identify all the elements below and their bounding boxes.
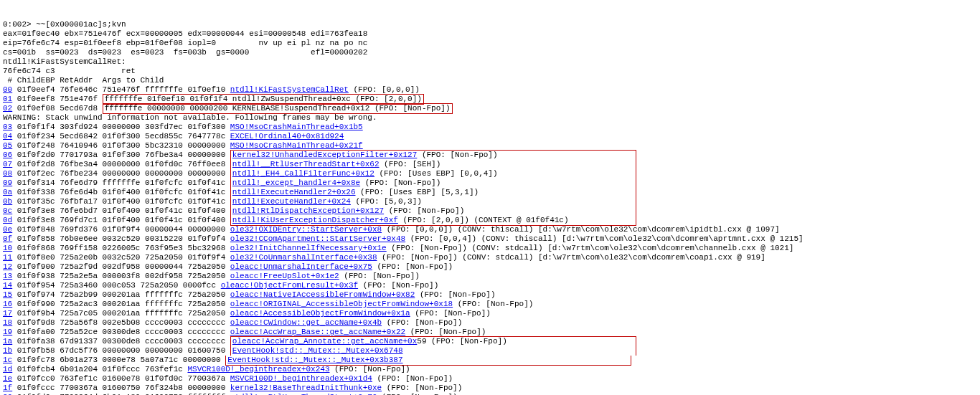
frame-number-link[interactable]: 14: [3, 281, 12, 290]
highlight-group: ntdll!_except_handler4+0x8e (FPO: [Non-F…: [230, 179, 636, 188]
symbol-link[interactable]: oleacc!UnmarshalInterface+0x75: [230, 262, 372, 271]
frame-number-link[interactable]: 1e: [3, 374, 12, 383]
frame-number-link[interactable]: 1b: [3, 346, 12, 355]
stack-frame: 0e 01f0f848 769fd376 01f0f9f4 00000044 0…: [3, 225, 977, 234]
frame-number-link[interactable]: 0b: [3, 197, 12, 206]
symbol-link[interactable]: kernel32!BaseThreadInitThunk+0xe: [230, 384, 382, 392]
stack-frame: 0b 01f0f35c 76fbfa17 01f0f400 01f0fcfc 0…: [3, 197, 977, 206]
stack-header: # ChildEBP RetAddr Args to Child: [3, 76, 977, 85]
frame-number-link[interactable]: 0a: [3, 188, 12, 196]
symbol-link[interactable]: ntdll!KiFastSystemCallRet: [230, 85, 349, 94]
symbol-link[interactable]: MSO!MsoCrashMainThread+0x21f: [230, 141, 363, 150]
stack-frame: 08 01f0f2ec 76fbe234 00000000 00000000 0…: [3, 169, 977, 179]
frame-number-link[interactable]: 00: [3, 85, 12, 94]
stack-frame: 07 01f0f2d8 76fbe3a4 00000000 01f0fd0c 7…: [3, 160, 977, 169]
stack-frame: 02 01f0ef08 5ecd67d8 fffffffe 00000000 0…: [3, 104, 977, 113]
symbol-link[interactable]: oleacc!AccWrap_Base::get_accName+0x22: [230, 328, 405, 336]
symbol-link[interactable]: oleacc!ObjectFromLresult+0x3f: [221, 281, 358, 290]
symbol-link[interactable]: MSVCR100D!_beginthreadex+0x243: [187, 365, 329, 373]
frame-number-link[interactable]: 02: [3, 104, 12, 113]
symbol-link[interactable]: ntdll!ExecuteHandler2+0x26: [232, 188, 356, 196]
frame-number-link[interactable]: 17: [3, 309, 12, 318]
frame-number-link[interactable]: 11: [3, 253, 12, 262]
stack-frame: 10 01f0f868 769ff158 0226005c 763f95e3 5…: [3, 244, 977, 253]
symbol-link[interactable]: EventHook!std::_Mutex::_Mutex+0x3b387: [227, 356, 402, 364]
stack-frame: 1d 01f0fcb4 6b01a204 01f0fccc 763fef1c M…: [3, 365, 977, 374]
stack-frame: 14 01f0f954 725a3460 000c053 725a2050 00…: [3, 281, 977, 290]
symbol-link[interactable]: ole32!OXIDEntry::StartServer+0x8: [230, 225, 382, 234]
frame-number-link[interactable]: 12: [3, 262, 12, 271]
frame-number-link[interactable]: 05: [3, 141, 12, 150]
register-line: eip=76fe6c74 esp=01f0eef8 ebp=01f0ef08 i…: [3, 39, 977, 48]
symbol-link[interactable]: MSO!MsoCrashMainThread+0x1b5: [230, 123, 363, 131]
symbol-link[interactable]: EventHook!std::_Mutex::_Mutex+0x6748: [232, 346, 403, 355]
frame-number-link[interactable]: 18: [3, 318, 12, 327]
stack-frame: 0d 01f0f3e8 769fd7c1 01f0f400 01f0f41c 0…: [3, 216, 977, 225]
highlight-group: EventHook!std::_Mutex::_Mutex+0x3b387: [225, 356, 631, 366]
frame-number-link[interactable]: 09: [3, 179, 12, 187]
highlight-group: ntdll!__RtlUserThreadStart+0x62 (FPO: [S…: [230, 160, 636, 169]
stack-frame: 11 01f0f8e0 725a2e0b 0032c520 725a2050 0…: [3, 253, 977, 262]
disasm-line: 76fe6c74 c3 ret: [3, 67, 977, 76]
symbol-link[interactable]: EXCEL!Ordinal40+0x81d924: [230, 132, 344, 141]
frame-number-link[interactable]: 19: [3, 328, 12, 336]
stack-frame: 03 01f0f1f4 303fd924 00000000 303fd7ec 0…: [3, 123, 977, 132]
frame-number-link[interactable]: 03: [3, 123, 12, 131]
frame-number-link[interactable]: 15: [3, 290, 12, 299]
stack-frame: 17 01f0f9b4 725a7c05 000201aa fffffffc 7…: [3, 309, 977, 318]
symbol-link[interactable]: oleacc!FreeUpSlot+0x1e2: [230, 272, 339, 280]
stack-frame: 15 01f0f974 725a2b99 000201aa fffffffc 7…: [3, 290, 977, 300]
frame-number-link[interactable]: 07: [3, 160, 12, 168]
stack-frame: 13 01f0f938 725a2e5a 000003f8 002df958 7…: [3, 272, 977, 281]
frame-number-link[interactable]: 1f: [3, 384, 12, 392]
highlight-box: fffffffe 00000000 00000200 KERNELBASE!Su…: [103, 103, 453, 114]
frame-number-link[interactable]: 06: [3, 151, 12, 159]
frame-number-link[interactable]: 0e: [3, 225, 12, 234]
frame-number-link[interactable]: 16: [3, 300, 12, 308]
stack-frame: 0a 01f0f338 76fe6d4b 01f0f400 01f0fcfc 0…: [3, 188, 977, 197]
symbol-link[interactable]: ntdll!_EH4_CallFilterFunc+0x12: [232, 169, 374, 178]
stack-frame: 09 01f0f314 76fe6d79 fffffffe 01f0fcfc 0…: [3, 179, 977, 188]
highlight-group: ntdll!ExecuteHandler2+0x26 (FPO: [Uses E…: [230, 188, 636, 197]
frame-number-link[interactable]: 0f: [3, 234, 12, 243]
frame-number-link[interactable]: 01: [3, 95, 12, 103]
frame-number-link[interactable]: 13: [3, 272, 12, 280]
highlight-group: ntdll!KiUserExceptionDispatcher+0xf (FPO…: [230, 216, 636, 226]
symbol-link[interactable]: ole32!InitChannelIfNecessary+0x1e: [230, 244, 387, 252]
frame-number-link[interactable]: 10: [3, 244, 12, 252]
prompt-line: 0:002> ~~[0x000001ac]s;kvn: [3, 20, 977, 29]
stack-frame: 04 01f0f234 5ecd6842 01f0f300 5ecd855c 7…: [3, 132, 977, 141]
highlight-group: EventHook!std::_Mutex::_Mutex+0x6748: [230, 346, 636, 356]
symbol-link[interactable]: oleacc!AccessibleObjectFromWindow+0x1a: [230, 309, 410, 318]
highlight-group: ntdll!_EH4_CallFilterFunc+0x12 (FPO: [Us…: [230, 169, 636, 179]
frame-number-link[interactable]: 08: [3, 169, 12, 178]
warning-line: WARNING: Stack unwind information not av…: [3, 113, 977, 123]
frame-number-link[interactable]: 04: [3, 132, 12, 141]
highlight-group: kernel32!UnhandledExceptionFilter+0x127 …: [230, 150, 636, 160]
symbol-link[interactable]: ole32!CoUnmarshalInterface+0x38: [230, 253, 377, 262]
frame-number-link[interactable]: 1d: [3, 365, 12, 373]
symbol-link[interactable]: MSVCR100D!_beginthreadex+0x1d4: [230, 374, 372, 383]
symbol-link[interactable]: ntdll!RtlDispatchException+0x127: [232, 206, 384, 215]
stack-frame: 1c 01f0fc78 6b01a273 0000e78 5a07a71c 00…: [3, 356, 977, 365]
highlight-group: ntdll!RtlDispatchException+0x127 (FPO: […: [230, 206, 636, 216]
frame-number-link[interactable]: 1c: [3, 356, 12, 364]
frame-number-link[interactable]: 0c: [3, 206, 12, 215]
stack-frame: 1b 01f0fb58 67dc5f76 00000000 00000000 0…: [3, 346, 977, 356]
frame-number-link[interactable]: 1a: [3, 337, 12, 346]
symbol-link[interactable]: kernel32!UnhandledExceptionFilter+0x127: [232, 151, 417, 159]
symbol-link[interactable]: ntdll!ExecuteHandler+0x24: [232, 197, 351, 206]
stack-frame: 12 01f0f900 725a2f9d 002df958 00000044 7…: [3, 262, 977, 272]
stack-frame: 16 01f0f990 725a2ac3 000201aa fffffffc 7…: [3, 300, 977, 309]
stack-frame: 0f 01f0f858 76b0e6ee 0032c520 00315220 0…: [3, 234, 977, 244]
frame-number-link[interactable]: 0d: [3, 216, 12, 224]
symbol-link[interactable]: oleacc!NativeIAccessibleFromWindow+0x82: [230, 290, 415, 299]
symbol-link[interactable]: oleacc!ORIGINAL_AccessibleObjectFromWind…: [230, 300, 453, 308]
symbol-link[interactable]: oleacc!AccWrap_Annotate::get_accName+0x: [232, 337, 417, 346]
highlight-group: oleacc!AccWrap_Annotate::get_accName+0x5…: [230, 336, 636, 346]
symbol-link[interactable]: ntdll!__RtlUserThreadStart+0x62: [232, 160, 380, 168]
symbol-link[interactable]: ntdll!_except_handler4+0x8e: [232, 179, 360, 187]
symbol-link[interactable]: ntdll!KiUserExceptionDispatcher+0xf: [232, 216, 398, 224]
symbol-link[interactable]: ole32!CComApartment::StartServer+0x48: [230, 234, 405, 243]
symbol-link[interactable]: oleacc!CWindow::get_accName+0x4b: [230, 318, 382, 327]
